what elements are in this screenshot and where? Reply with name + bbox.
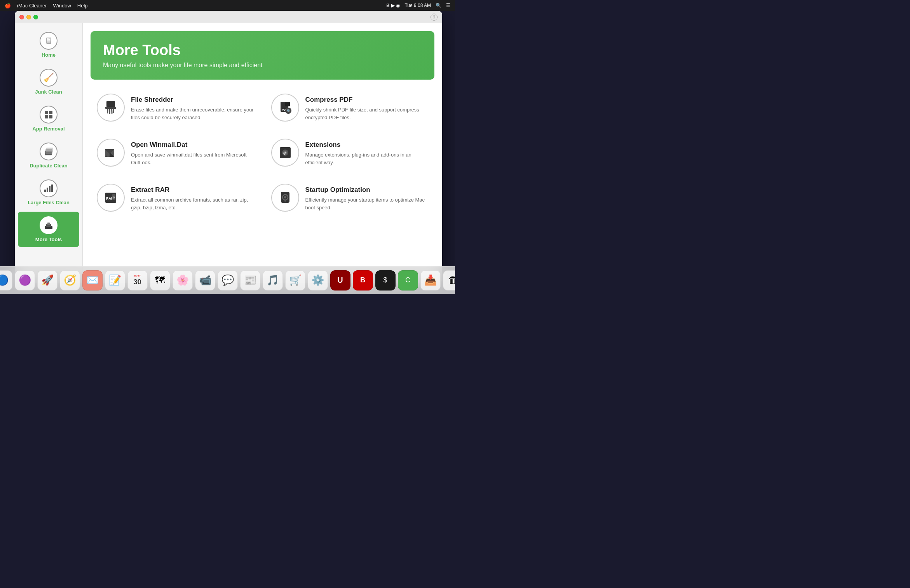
dock-ukelele[interactable]: U [330, 270, 350, 291]
dock-news[interactable]: 📰 [240, 270, 260, 291]
sidebar-label-junk-clean: Junk Clean [35, 89, 62, 95]
tools-grid: File Shredder Erase files and make them … [91, 89, 434, 216]
dock-finder[interactable]: 🔵 [0, 270, 12, 291]
extract-rar-icon: RAR 0 [97, 184, 125, 212]
tool-card-extract-rar[interactable]: RAR 0 Extract RAR Extract all common arc… [92, 179, 259, 216]
extract-rar-title: Extract RAR [131, 186, 254, 194]
large-files-icon [40, 179, 58, 197]
extract-rar-desc: Extract all common archive formats, such… [131, 196, 254, 211]
file-shredder-desc: Erase files and make them unrecoverable,… [131, 106, 254, 121]
svg-text:0: 0 [113, 196, 115, 199]
svg-rect-8 [47, 188, 48, 192]
sidebar-label-duplicate-clean: Duplicate Clean [30, 163, 68, 169]
open-winmail-title: Open Winmail.Dat [131, 141, 254, 149]
dock-messages[interactable]: 💬 [218, 270, 238, 291]
sidebar-label-large-files: Large Files Clean [28, 200, 70, 205]
traffic-lights [19, 15, 38, 19]
sidebar-item-app-removal[interactable]: App Removal [18, 101, 79, 136]
compress-pdf-info: Compress PDF Quickly shrink PDF file siz… [305, 94, 429, 121]
sidebar-item-more-tools[interactable]: More Tools [18, 212, 79, 247]
svg-rect-17 [105, 107, 116, 109]
dock-launchpad[interactable]: 🚀 [37, 270, 58, 291]
extensions-icon: e [271, 139, 299, 167]
apple-menu[interactable]: 🍎 [5, 3, 11, 9]
dock-imac-cleaner[interactable]: C [398, 270, 418, 291]
maximize-button[interactable] [33, 15, 38, 19]
svg-rect-18 [107, 109, 108, 113]
dock-downloads[interactable]: 📥 [420, 270, 441, 291]
svg-rect-21 [113, 109, 114, 113]
file-shredder-icon [97, 94, 125, 122]
app-name[interactable]: iMac Cleaner [17, 3, 47, 9]
menubar-list[interactable]: ☰ [446, 3, 450, 8]
compress-pdf-icon: PDF 🔍 [271, 94, 299, 122]
menubar-icons: 🖥 ▶ ◉ [385, 3, 400, 8]
extensions-info: Extensions Manage extensions, plug-ins a… [305, 139, 429, 166]
sidebar-label-home: Home [42, 52, 56, 58]
dock-calendar[interactable]: OCT30 [127, 270, 148, 291]
app-body: 🖥 Home 🧹 Junk Clean App Removal [15, 23, 442, 283]
dock-music[interactable]: 🎵 [263, 270, 283, 291]
svg-rect-13 [47, 223, 50, 225]
svg-rect-9 [49, 186, 51, 192]
duplicate-clean-icon [40, 143, 58, 160]
junk-clean-icon: 🧹 [40, 69, 58, 87]
help-button[interactable]: ? [431, 14, 438, 21]
menubar-search[interactable]: 🔍 [436, 3, 441, 8]
menu-window[interactable]: Window [53, 3, 71, 9]
file-shredder-info: File Shredder Erase files and make them … [131, 94, 254, 121]
startup-optimization-title: Startup Optimization [305, 186, 429, 194]
dock-facetime[interactable]: 📹 [195, 270, 215, 291]
tool-card-extensions[interactable]: e Extensions Manage extensions, plug-ins… [267, 134, 433, 171]
extensions-title: Extensions [305, 141, 429, 149]
home-icon: 🖥 [40, 32, 58, 50]
more-tools-icon [40, 216, 58, 234]
extensions-desc: Manage extensions, plug-ins and add-ons … [305, 151, 429, 166]
extract-rar-info: Extract RAR Extract all common archive f… [131, 184, 254, 211]
open-winmail-icon [97, 139, 125, 167]
banner-title: More Tools [103, 42, 422, 59]
file-shredder-title: File Shredder [131, 96, 254, 104]
tool-card-file-shredder[interactable]: File Shredder Erase files and make them … [92, 89, 259, 126]
tool-card-startup-optimization[interactable]: Startup Optimization Efficiently manage … [267, 179, 433, 216]
startup-optimization-desc: Efficiently manage your startup items to… [305, 196, 429, 211]
svg-rect-1 [49, 111, 52, 114]
sidebar-item-junk-clean[interactable]: 🧹 Junk Clean [18, 64, 79, 99]
sidebar-item-large-files-clean[interactable]: Large Files Clean [18, 175, 79, 210]
menubar: 🍎 iMac Cleaner Window Help 🖥 ▶ ◉ Tue 9:0… [0, 0, 455, 11]
dock-mail[interactable]: ✉️ [82, 270, 103, 291]
menubar-time: Tue 9:08 AM [404, 3, 431, 8]
svg-rect-10 [51, 184, 53, 192]
svg-text:🔍: 🔍 [287, 109, 291, 113]
main-content: More Tools Many useful tools make your l… [83, 23, 442, 283]
header-banner: More Tools Many useful tools make your l… [91, 31, 434, 80]
startup-optimization-icon [271, 184, 299, 212]
dock-trash[interactable]: 🗑 [443, 270, 455, 291]
sidebar-item-home[interactable]: 🖥 Home [18, 27, 79, 63]
svg-rect-23 [285, 102, 290, 106]
dock-system-prefs[interactable]: ⚙️ [308, 270, 328, 291]
dock-maps[interactable]: 🗺 [150, 270, 170, 291]
svg-point-42 [284, 196, 286, 198]
dock-siri[interactable]: 🟣 [15, 270, 35, 291]
sidebar-label-app-removal: App Removal [32, 126, 65, 132]
svg-rect-16 [106, 101, 115, 107]
svg-rect-43 [284, 200, 286, 202]
close-button[interactable] [19, 15, 24, 19]
title-bar: ? [15, 11, 442, 23]
open-winmail-info: Open Winmail.Dat Open and save winmail.d… [131, 139, 254, 166]
dock-photos[interactable]: 🌸 [173, 270, 193, 291]
dock-notes[interactable]: 📝 [105, 270, 125, 291]
dock-terminal[interactable]: $ [375, 270, 396, 291]
dock-app-store[interactable]: 🛒 [285, 270, 305, 291]
menu-help[interactable]: Help [77, 3, 88, 9]
startup-optimization-info: Startup Optimization Efficiently manage … [305, 184, 429, 211]
dock-bbedit[interactable]: B [353, 270, 373, 291]
minimize-button[interactable] [26, 15, 31, 19]
dock-safari[interactable]: 🧭 [60, 270, 80, 291]
tool-card-open-winmail[interactable]: Open Winmail.Dat Open and save winmail.d… [92, 134, 259, 171]
sidebar-item-duplicate-clean[interactable]: Duplicate Clean [18, 138, 79, 173]
tool-card-compress-pdf[interactable]: PDF 🔍 Compress PDF Quickly shrink PDF fi… [267, 89, 433, 126]
svg-text:e: e [283, 150, 286, 156]
app-window: ? 🖥 Home 🧹 Junk Clean [15, 11, 442, 283]
